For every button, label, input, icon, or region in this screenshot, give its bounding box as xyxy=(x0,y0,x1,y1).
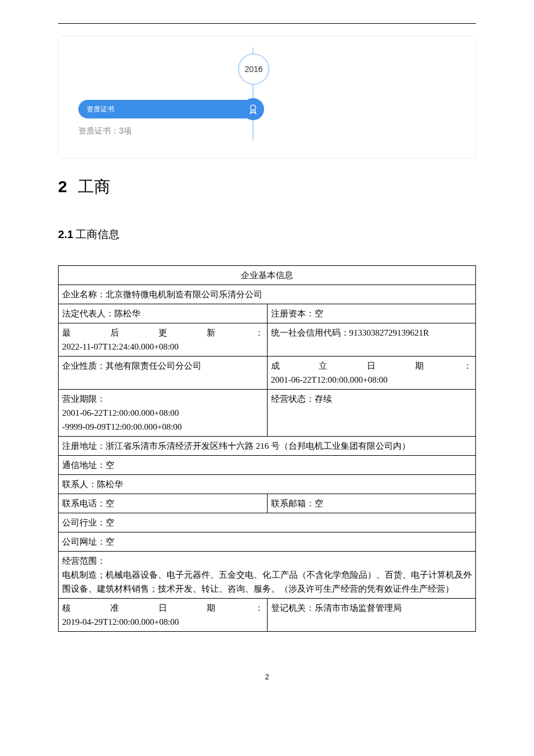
value-term-start: 2001-06-22T12:00:00.000+08:00 xyxy=(62,406,264,420)
value-reg-org: 乐清市市场监督管理局 xyxy=(315,603,402,613)
svg-point-0 xyxy=(250,105,255,110)
label-website: 公司网址： xyxy=(62,537,106,546)
value-business-scope: 电机制造；机械电器设备、电子元器件、五金交电、化工产品（不含化学危险品）、百货、… xyxy=(62,568,472,596)
row-reg-capital: 注册资本：空 xyxy=(267,304,476,323)
value-company-name: 北京微特微电机制造有限公司乐清分公司 xyxy=(106,290,262,299)
row-approval-date: 核准日期： 2019-04-29T12:00:00.000+08:00 xyxy=(59,599,268,632)
timeline-card: 2016 资质证书 资质证书：3项 xyxy=(58,35,476,159)
table-header: 企业基本信息 xyxy=(59,266,476,285)
timeline-year: 2016 xyxy=(244,64,262,74)
label-status: 经营状态： xyxy=(271,394,315,404)
row-company-name: 企业名称：北京微特微电机制造有限公司乐清分公司 xyxy=(59,285,476,304)
value-reg-address: 浙江省乐清市乐清经济开发区纬十六路 216 号（台邦电机工业集团有限公司内） xyxy=(106,441,410,451)
value-phone: 空 xyxy=(106,499,114,508)
value-email: 空 xyxy=(315,499,323,508)
company-info-table: 企业基本信息 企业名称：北京微特微电机制造有限公司乐清分公司 法定代表人：陈松华… xyxy=(58,265,476,632)
label-legal-rep: 法定代表人： xyxy=(62,309,114,318)
label-term: 营业期限： xyxy=(62,392,264,406)
value-website: 空 xyxy=(106,537,114,546)
label-company-name: 企业名称： xyxy=(62,290,106,299)
value-uscc: 91330382729139621R xyxy=(349,328,430,337)
row-contact: 联系人：陈松华 xyxy=(59,475,476,494)
row-last-update: 最后更新： 2022-11-07T12:24:40.000+08:00 xyxy=(59,323,268,357)
row-phone: 联系电话：空 xyxy=(59,494,268,513)
subsection-number: 2.1 xyxy=(58,228,73,240)
label-nature: 企业性质： xyxy=(62,361,106,370)
label-reg-capital: 注册资本： xyxy=(271,309,315,318)
section-title: 工商 xyxy=(78,178,110,196)
subsection-heading: 2.1工商信息 xyxy=(58,227,476,242)
certificate-count: 资质证书：3项 xyxy=(78,126,132,136)
row-business-scope: 经营范围： 电机制造；机械电器设备、电子元器件、五金交电、化工产品（不含化学危险… xyxy=(59,552,476,599)
value-nature: 其他有限责任公司分公司 xyxy=(106,361,201,370)
medal-icon xyxy=(242,98,264,120)
row-reg-org: 登记机关：乐清市市场监督管理局 xyxy=(267,599,476,632)
row-nature: 企业性质：其他有限责任公司分公司 xyxy=(59,357,268,390)
label-phone: 联系电话： xyxy=(62,499,106,508)
page-number: 2 xyxy=(58,672,476,681)
section-number: 2 xyxy=(58,178,67,196)
value-last-update: 2022-11-07T12:24:40.000+08:00 xyxy=(62,340,264,354)
certificate-pill-label: 资质证书 xyxy=(86,105,114,114)
label-email: 联系邮箱： xyxy=(271,499,315,508)
row-establish-date: 成立日期： 2001-06-22T12:00:00.000+08:00 xyxy=(267,357,476,390)
row-term: 营业期限： 2001-06-22T12:00:00.000+08:00 -999… xyxy=(59,390,268,437)
value-legal-rep: 陈松华 xyxy=(114,309,140,318)
row-mail-address: 通信地址：空 xyxy=(59,456,476,475)
label-uscc: 统一社会信用代码： xyxy=(271,328,349,337)
value-approval-date: 2019-04-29T12:00:00.000+08:00 xyxy=(62,615,264,629)
label-reg-org: 登记机关： xyxy=(271,603,315,613)
section-heading: 2工商 xyxy=(58,176,476,198)
value-establish-date: 2001-06-22T12:00:00.000+08:00 xyxy=(271,373,472,387)
label-mail-address: 通信地址： xyxy=(62,460,106,470)
label-industry: 公司行业： xyxy=(62,518,106,527)
subsection-title: 工商信息 xyxy=(75,228,120,240)
row-email: 联系邮箱：空 xyxy=(267,494,476,513)
certificate-pill: 资质证书 xyxy=(78,100,255,118)
row-website: 公司网址：空 xyxy=(59,532,476,552)
row-legal-rep: 法定代表人：陈松华 xyxy=(59,304,268,323)
value-reg-capital: 空 xyxy=(315,309,323,318)
value-industry: 空 xyxy=(106,518,114,527)
header-rule xyxy=(58,23,476,24)
value-status: 存续 xyxy=(315,394,332,404)
value-term-end: -9999-09-09T12:00:00.000+08:00 xyxy=(62,420,264,434)
timeline-year-bubble: 2016 xyxy=(238,53,269,85)
label-reg-address: 注册地址： xyxy=(62,441,106,451)
value-contact: 陈松华 xyxy=(97,480,123,489)
label-business-scope: 经营范围： xyxy=(62,554,472,568)
row-status: 经营状态：存续 xyxy=(267,390,476,437)
label-contact: 联系人： xyxy=(62,480,97,489)
row-reg-address: 注册地址：浙江省乐清市乐清经济开发区纬十六路 216 号（台邦电机工业集团有限公… xyxy=(59,437,476,456)
value-mail-address: 空 xyxy=(106,460,114,470)
row-industry: 公司行业：空 xyxy=(59,513,476,532)
row-uscc: 统一社会信用代码：91330382729139621R xyxy=(267,323,476,357)
